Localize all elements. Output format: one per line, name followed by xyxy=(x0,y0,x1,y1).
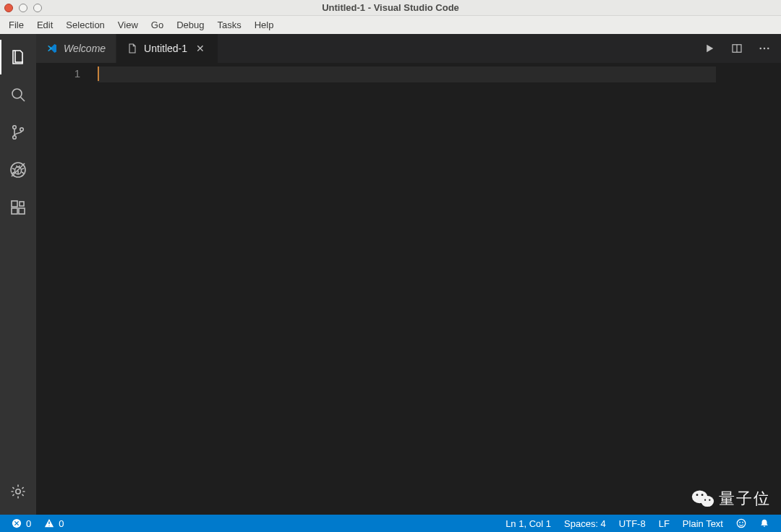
status-indentation[interactable]: Spaces: 4 xyxy=(560,518,610,529)
svg-point-16 xyxy=(759,48,761,50)
window-close-button[interactable] xyxy=(4,4,13,12)
window-minimize-button[interactable] xyxy=(19,4,27,12)
bug-icon xyxy=(9,161,27,179)
activity-debug[interactable] xyxy=(1,153,35,187)
menubar: File Edit Selection View Go Debug Tasks … xyxy=(0,16,781,34)
activity-source-control[interactable] xyxy=(1,115,35,150)
code-area[interactable] xyxy=(98,63,716,515)
files-icon xyxy=(9,48,27,66)
svg-line-1 xyxy=(21,98,25,102)
run-button[interactable] xyxy=(697,36,722,61)
activity-search[interactable] xyxy=(1,77,35,112)
svg-point-20 xyxy=(737,519,745,527)
more-actions-button[interactable] xyxy=(752,36,777,61)
tab-welcome[interactable]: Welcome xyxy=(36,34,116,63)
svg-point-17 xyxy=(764,48,766,50)
editor-area: Welcome Untitled-1 ✕ xyxy=(36,34,781,515)
svg-rect-11 xyxy=(20,202,24,206)
split-editor-button[interactable] xyxy=(725,36,749,61)
status-errors[interactable]: 0 xyxy=(7,518,35,529)
status-warnings[interactable]: 0 xyxy=(40,518,68,529)
ellipsis-icon xyxy=(758,42,771,55)
svg-rect-8 xyxy=(12,201,17,207)
activity-extensions[interactable] xyxy=(1,190,35,225)
split-icon xyxy=(730,42,743,55)
line-number: 1 xyxy=(36,66,80,82)
smiley-icon xyxy=(736,518,746,528)
svg-point-21 xyxy=(739,522,741,523)
activity-settings[interactable] xyxy=(1,474,35,509)
menu-selection[interactable]: Selection xyxy=(60,17,110,33)
svg-point-18 xyxy=(767,48,769,50)
tab-label: Untitled-1 xyxy=(144,43,187,54)
svg-point-0 xyxy=(12,89,22,98)
text-cursor xyxy=(98,66,99,81)
status-cursor-position[interactable]: Ln 1, Col 1 xyxy=(501,518,555,529)
search-icon xyxy=(9,86,27,103)
error-count: 0 xyxy=(26,518,31,529)
svg-point-4 xyxy=(20,128,24,132)
svg-rect-10 xyxy=(19,208,25,214)
window-maximize-button[interactable] xyxy=(33,4,42,12)
gear-icon xyxy=(9,483,27,500)
tab-bar: Welcome Untitled-1 ✕ xyxy=(36,34,781,63)
status-bar: 0 0 Ln 1, Col 1 Spaces: 4 UTF-8 LF Plain… xyxy=(0,515,781,532)
tab-label: Welcome xyxy=(64,43,106,54)
warning-icon xyxy=(44,518,54,528)
status-encoding[interactable]: UTF-8 xyxy=(615,518,650,529)
activity-bar xyxy=(0,34,36,515)
extensions-icon xyxy=(9,199,27,216)
current-line-highlight xyxy=(98,66,716,82)
menu-help[interactable]: Help xyxy=(249,17,280,33)
bell-icon xyxy=(759,518,769,528)
svg-point-2 xyxy=(13,126,17,129)
menu-view[interactable]: View xyxy=(112,17,144,33)
os-titlebar: Untitled-1 - Visual Studio Code xyxy=(0,0,781,16)
svg-point-22 xyxy=(742,522,743,523)
status-feedback[interactable] xyxy=(732,518,751,528)
menu-edit[interactable]: Edit xyxy=(31,17,59,33)
branch-icon xyxy=(9,124,27,141)
vscode-icon xyxy=(46,43,58,54)
status-eol[interactable]: LF xyxy=(654,518,674,529)
svg-marker-13 xyxy=(707,45,713,53)
error-icon xyxy=(12,518,22,528)
svg-rect-9 xyxy=(12,208,17,214)
svg-point-3 xyxy=(13,136,17,140)
play-icon xyxy=(703,42,716,55)
window-title: Untitled-1 - Visual Studio Code xyxy=(322,2,459,13)
minimap[interactable] xyxy=(716,63,781,515)
svg-point-12 xyxy=(16,489,20,494)
menu-debug[interactable]: Debug xyxy=(171,17,210,33)
menu-go[interactable]: Go xyxy=(145,17,169,33)
status-notifications[interactable] xyxy=(755,518,774,528)
activity-explorer[interactable] xyxy=(1,40,35,74)
file-icon xyxy=(127,43,138,54)
tab-untitled-1[interactable]: Untitled-1 ✕ xyxy=(116,34,218,63)
editor-body[interactable]: 1 xyxy=(36,63,781,515)
tab-close-icon[interactable]: ✕ xyxy=(196,43,208,54)
line-number-gutter: 1 xyxy=(36,63,98,515)
menu-file[interactable]: File xyxy=(3,17,30,33)
status-language[interactable]: Plain Text xyxy=(678,518,727,529)
menu-tasks[interactable]: Tasks xyxy=(211,17,247,33)
warning-count: 0 xyxy=(59,518,64,529)
